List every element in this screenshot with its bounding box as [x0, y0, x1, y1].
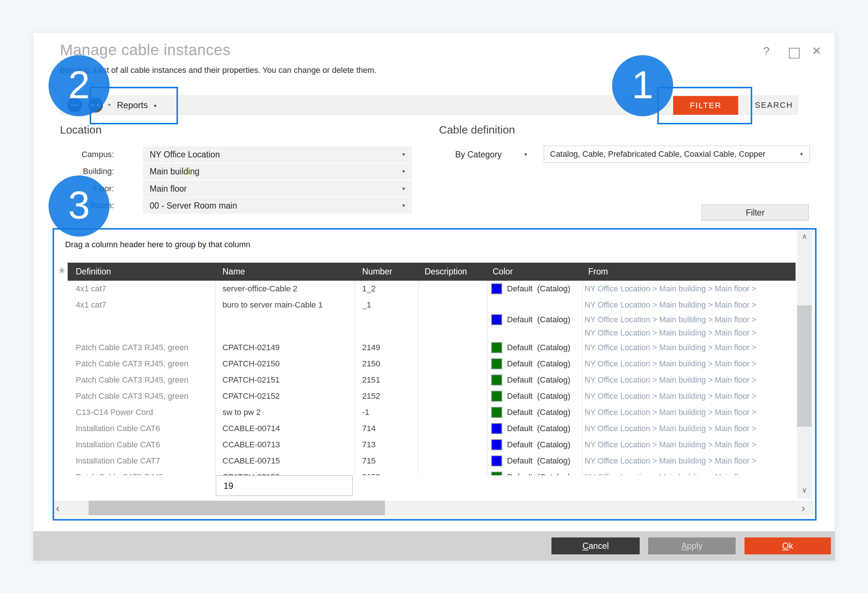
apply-button[interactable]: Apply [648, 537, 736, 555]
table-row[interactable]: Patch Cable CAT3 RJ45, greenCPATCH-02152… [54, 388, 796, 404]
column-header-from[interactable]: From [588, 263, 608, 281]
cell-from: NY Office Location > Main building > Mai… [585, 326, 795, 340]
table-row[interactable]: Installation Cable CAT7CCABLE-00715715De… [54, 453, 796, 469]
cell-name: server-office-Cable 2 [223, 281, 352, 297]
table-row[interactable]: Default (Catalog)NY Office Location > Ma… [54, 313, 796, 326]
scroll-right-icon[interactable]: › [802, 501, 805, 515]
cell-from: NY Office Location > Main building > Mai… [585, 469, 795, 475]
column-header-number[interactable]: Number [362, 263, 392, 281]
cell-color-label: Default (Catalog) [507, 340, 580, 356]
cell-from: NY Office Location > Main building > Mai… [585, 388, 795, 404]
cell-number: 2152 [362, 388, 413, 404]
cell-name: CPATCH-02151 [223, 372, 352, 388]
vertical-scroll-thumb[interactable] [797, 305, 812, 427]
cell-number: 715 [362, 453, 413, 469]
maximize-icon[interactable] [789, 48, 800, 59]
cell-name: CCABLE-00715 [223, 453, 352, 469]
building-value: Main building [143, 167, 199, 176]
cell-color-label: Default (Catalog) [507, 420, 580, 437]
cancel-button[interactable]: Cancel [551, 537, 640, 555]
cell-color-label: Default (Catalog) [507, 313, 580, 326]
campus-value: NY Office Location [143, 150, 220, 159]
scroll-left-icon[interactable]: ‹ [56, 501, 59, 515]
by-category-label: By Category [455, 150, 502, 159]
scroll-up-icon[interactable]: ∧ [797, 232, 812, 241]
cell-name: buro to server main-Cable 1 [223, 297, 352, 313]
ok-label: Ok [782, 537, 793, 555]
cell-definition: Patch Cable CAT3 RJ45, green [76, 388, 212, 404]
cell-number: 2150 [362, 356, 413, 372]
search-tab-button[interactable]: SEARCH [746, 95, 802, 115]
table-row[interactable]: Patch Cable CAT3 RJ45, greenCPATCH-02151… [54, 372, 796, 388]
ok-button[interactable]: Ok [744, 537, 831, 555]
filter-button[interactable]: Filter [701, 204, 809, 221]
color-swatch-blue [491, 423, 502, 434]
cell-color-label: Default (Catalog) [507, 388, 580, 404]
cell-number: _1 [362, 297, 413, 313]
table-row[interactable]: Patch Cable CAT3 RJ45, greenCPATCH-02149… [54, 340, 796, 356]
column-header-color[interactable]: Color [493, 263, 513, 281]
cell-from: NY Office Location > Main building > Mai… [585, 340, 795, 356]
column-header-definition[interactable]: Definition [76, 263, 111, 281]
chevron-down-icon: ▼ [799, 146, 804, 162]
table-row[interactable]: Patch Cable CAT3 RJ45, greenCPATCH-02153… [54, 469, 796, 475]
cell-color-label: Default (Catalog) [507, 281, 580, 297]
campus-dropdown[interactable]: NY Office Location ▼ [143, 146, 412, 163]
cell-editor-input[interactable] [216, 476, 345, 491]
apply-label: Apply [681, 537, 703, 555]
chevron-down-icon: ▼ [402, 163, 406, 179]
table-row[interactable]: Installation Cable CAT6CCABLE-00714714De… [54, 420, 796, 437]
chevron-down-icon: ▼ [524, 146, 528, 163]
color-swatch-green [491, 407, 502, 418]
cell-number: 713 [362, 437, 413, 453]
color-swatch-green [491, 374, 502, 386]
close-icon[interactable]: ✕ [812, 44, 821, 58]
annotation-step-3: 3 [49, 176, 109, 237]
dialog-description: Below is a list of all cable instances a… [60, 65, 376, 75]
cell-from: NY Office Location > Main building > Mai… [585, 437, 795, 453]
category-value-dropdown[interactable]: Catalog, Cable, Prefabricated Cable, Coa… [544, 146, 810, 163]
cell-color-label: Default (Catalog) [507, 437, 580, 453]
floor-dropdown[interactable]: Main floor ▼ [143, 180, 412, 197]
cell-definition: Patch Cable CAT3 RJ45, green [76, 356, 212, 372]
help-icon[interactable]: ? [763, 45, 769, 58]
campus-label: Campus: [55, 146, 114, 163]
cell-editor [216, 475, 353, 496]
chevron-down-icon: ▼ [402, 198, 406, 214]
table-row[interactable]: Installation Cable CAT6CCABLE-00713713De… [54, 437, 796, 453]
cell-from: NY Office Location > Main building > Mai… [585, 420, 795, 437]
cell-color-label: Default (Catalog) [507, 453, 580, 469]
cell-from: NY Office Location > Main building > Mai… [585, 372, 795, 388]
cell-definition: Patch Cable CAT3 RJ45, green [76, 469, 212, 475]
room-dropdown[interactable]: 00 - Server Room main ▼ [143, 198, 412, 214]
cell-number: 2149 [362, 340, 413, 356]
cell-definition: 4x1 cat7 [76, 297, 212, 313]
cell-number: 714 [362, 420, 413, 437]
cell-from: NY Office Location > Main building > Mai… [585, 297, 795, 313]
cell-from: NY Office Location > Main building > Mai… [585, 281, 795, 297]
cell-definition: Installation Cable CAT7 [76, 453, 212, 469]
cell-name: CPATCH-02149 [223, 340, 352, 356]
cell-from: NY Office Location > Main building > Mai… [585, 356, 795, 372]
cell-from: NY Office Location > Main building > Mai… [585, 453, 795, 469]
location-heading: Location [60, 124, 102, 136]
cell-name: sw to pw 2 [223, 404, 352, 420]
scroll-down-icon[interactable]: ∨ [797, 486, 812, 494]
cell-from: NY Office Location > Main building > Mai… [585, 313, 795, 326]
by-category-dropdown[interactable]: By Category ▼ [455, 146, 534, 163]
table-row[interactable]: NY Office Location > Main building > Mai… [54, 326, 796, 340]
table-row[interactable]: 4x1 cat7server-office-Cable 21_2Default … [54, 281, 796, 297]
table-row[interactable]: Patch Cable CAT3 RJ45, greenCPATCH-02150… [54, 356, 796, 372]
cell-name: CCABLE-00714 [223, 420, 352, 437]
cell-name: CPATCH-02152 [223, 388, 352, 404]
building-dropdown[interactable]: Main building ▼ [143, 163, 412, 179]
table-row[interactable]: 4x1 cat7buro to server main-Cable 1_1NY … [54, 297, 796, 313]
cell-number: 1_2 [362, 281, 413, 297]
cell-from: NY Office Location > Main building > Mai… [585, 404, 795, 420]
horizontal-scroll-thumb[interactable] [89, 501, 385, 515]
column-header-name[interactable]: Name [223, 263, 245, 281]
annotation-step-2: 2 [49, 55, 109, 116]
column-header-description[interactable]: Description [425, 263, 467, 281]
annotation-step-1: 1 [612, 55, 673, 116]
table-row[interactable]: C13-C14 Power Cordsw to pw 2-1Default (C… [54, 404, 796, 420]
